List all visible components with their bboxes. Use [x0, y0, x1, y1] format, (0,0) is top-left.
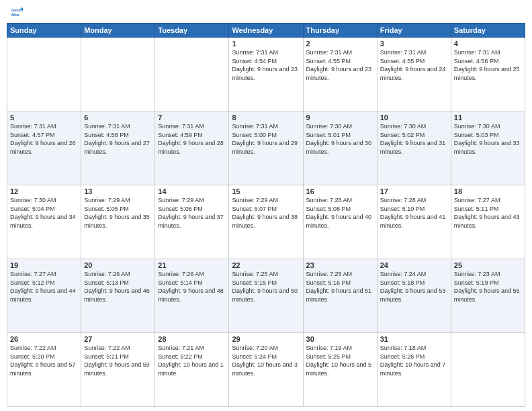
calendar-week-row: 26Sunrise: 7:22 AM Sunset: 5:20 PM Dayli…: [7, 333, 525, 407]
calendar-cell: 3Sunrise: 7:31 AM Sunset: 4:55 PM Daylig…: [377, 38, 451, 111]
calendar-cell: 19Sunrise: 7:27 AM Sunset: 5:12 PM Dayli…: [7, 259, 81, 333]
day-number: 10: [380, 113, 448, 122]
calendar-cell: [7, 38, 81, 111]
day-info: Sunrise: 7:25 AM Sunset: 5:15 PM Dayligh…: [232, 270, 300, 304]
weekday-header: Friday: [377, 24, 451, 38]
calendar-week-row: 5Sunrise: 7:31 AM Sunset: 4:57 PM Daylig…: [7, 111, 525, 185]
svg-text:Blue: Blue: [11, 13, 19, 17]
day-number: 15: [232, 187, 300, 195]
day-info: Sunrise: 7:29 AM Sunset: 5:07 PM Dayligh…: [232, 196, 300, 230]
day-number: 7: [158, 113, 226, 122]
day-info: Sunrise: 7:22 AM Sunset: 5:20 PM Dayligh…: [10, 344, 78, 377]
day-info: Sunrise: 7:31 AM Sunset: 4:56 PM Dayligh…: [454, 48, 522, 82]
day-info: Sunrise: 7:23 AM Sunset: 5:19 PM Dayligh…: [454, 270, 522, 304]
day-number: 27: [84, 335, 152, 343]
day-info: Sunrise: 7:20 AM Sunset: 5:24 PM Dayligh…: [232, 344, 300, 377]
day-info: Sunrise: 7:28 AM Sunset: 5:10 PM Dayligh…: [380, 196, 448, 230]
calendar-cell: 20Sunrise: 7:26 AM Sunset: 5:13 PM Dayli…: [81, 259, 155, 333]
day-number: 19: [10, 261, 78, 269]
day-number: 29: [232, 335, 300, 343]
calendar-cell: 29Sunrise: 7:20 AM Sunset: 5:24 PM Dayli…: [229, 333, 303, 407]
calendar-cell: 17Sunrise: 7:28 AM Sunset: 5:10 PM Dayli…: [377, 185, 451, 259]
weekday-header: Sunday: [7, 24, 81, 38]
calendar-cell: 12Sunrise: 7:30 AM Sunset: 5:04 PM Dayli…: [7, 185, 81, 259]
weekday-header: Tuesday: [155, 24, 229, 38]
day-info: Sunrise: 7:25 AM Sunset: 5:16 PM Dayligh…: [306, 270, 374, 304]
calendar-cell: [155, 38, 229, 111]
calendar-cell: 6Sunrise: 7:31 AM Sunset: 4:58 PM Daylig…: [81, 111, 155, 185]
calendar-cell: 13Sunrise: 7:29 AM Sunset: 5:05 PM Dayli…: [81, 185, 155, 259]
day-number: 18: [454, 187, 522, 195]
weekday-header-row: SundayMondayTuesdayWednesdayThursdayFrid…: [7, 24, 525, 38]
day-number: 1: [232, 40, 300, 48]
calendar-cell: 28Sunrise: 7:21 AM Sunset: 5:22 PM Dayli…: [155, 333, 229, 407]
day-number: 24: [380, 261, 448, 269]
day-number: 13: [84, 187, 152, 195]
calendar-table: SundayMondayTuesdayWednesdayThursdayFrid…: [7, 23, 525, 407]
day-info: Sunrise: 7:22 AM Sunset: 5:21 PM Dayligh…: [84, 344, 152, 377]
calendar-cell: 26Sunrise: 7:22 AM Sunset: 5:20 PM Dayli…: [7, 333, 81, 407]
day-info: Sunrise: 7:31 AM Sunset: 4:55 PM Dayligh…: [306, 48, 374, 82]
day-number: 11: [454, 113, 522, 122]
calendar-cell: 18Sunrise: 7:27 AM Sunset: 5:11 PM Dayli…: [451, 185, 525, 259]
day-number: 5: [10, 113, 78, 122]
calendar-cell: 5Sunrise: 7:31 AM Sunset: 4:57 PM Daylig…: [7, 111, 81, 185]
calendar-cell: 2Sunrise: 7:31 AM Sunset: 4:55 PM Daylig…: [303, 38, 377, 111]
day-number: 16: [306, 187, 374, 195]
calendar-week-row: 12Sunrise: 7:30 AM Sunset: 5:04 PM Dayli…: [7, 185, 525, 259]
calendar-cell: 31Sunrise: 7:18 AM Sunset: 5:26 PM Dayli…: [377, 333, 451, 407]
calendar-cell: 25Sunrise: 7:23 AM Sunset: 5:19 PM Dayli…: [451, 259, 525, 333]
day-number: 25: [454, 261, 522, 269]
calendar-cell: 1Sunrise: 7:31 AM Sunset: 4:54 PM Daylig…: [229, 38, 303, 111]
calendar-cell: 24Sunrise: 7:24 AM Sunset: 5:18 PM Dayli…: [377, 259, 451, 333]
day-number: 26: [10, 335, 78, 343]
day-info: Sunrise: 7:19 AM Sunset: 5:25 PM Dayligh…: [306, 344, 374, 377]
calendar-cell: 30Sunrise: 7:19 AM Sunset: 5:25 PM Dayli…: [303, 333, 377, 407]
day-number: 12: [10, 187, 78, 195]
calendar-week-row: 1Sunrise: 7:31 AM Sunset: 4:54 PM Daylig…: [7, 38, 525, 111]
day-info: Sunrise: 7:31 AM Sunset: 4:55 PM Dayligh…: [380, 48, 448, 82]
day-info: Sunrise: 7:29 AM Sunset: 5:05 PM Dayligh…: [84, 196, 152, 230]
day-info: Sunrise: 7:31 AM Sunset: 4:54 PM Dayligh…: [232, 48, 300, 82]
day-number: 21: [158, 261, 226, 269]
day-number: 17: [380, 187, 448, 195]
calendar-cell: 8Sunrise: 7:31 AM Sunset: 5:00 PM Daylig…: [229, 111, 303, 185]
header: General Blue: [0, 0, 532, 23]
calendar-cell: 27Sunrise: 7:22 AM Sunset: 5:21 PM Dayli…: [81, 333, 155, 407]
day-number: 3: [380, 40, 448, 48]
calendar-cell: 11Sunrise: 7:30 AM Sunset: 5:03 PM Dayli…: [451, 111, 525, 185]
day-info: Sunrise: 7:26 AM Sunset: 5:14 PM Dayligh…: [158, 270, 226, 304]
day-number: 20: [84, 261, 152, 269]
day-number: 8: [232, 113, 300, 122]
calendar-cell: 23Sunrise: 7:25 AM Sunset: 5:16 PM Dayli…: [303, 259, 377, 333]
day-info: Sunrise: 7:26 AM Sunset: 5:13 PM Dayligh…: [84, 270, 152, 304]
day-number: 31: [380, 335, 448, 343]
calendar-week-row: 19Sunrise: 7:27 AM Sunset: 5:12 PM Dayli…: [7, 259, 525, 333]
calendar-cell: 4Sunrise: 7:31 AM Sunset: 4:56 PM Daylig…: [451, 38, 525, 111]
day-number: 4: [454, 40, 522, 48]
calendar-cell: 22Sunrise: 7:25 AM Sunset: 5:15 PM Dayli…: [229, 259, 303, 333]
day-info: Sunrise: 7:30 AM Sunset: 5:03 PM Dayligh…: [454, 122, 522, 156]
day-number: 9: [306, 113, 374, 122]
day-info: Sunrise: 7:31 AM Sunset: 4:59 PM Dayligh…: [158, 122, 226, 156]
day-number: 23: [306, 261, 374, 269]
day-info: Sunrise: 7:31 AM Sunset: 5:00 PM Dayligh…: [232, 122, 300, 156]
day-info: Sunrise: 7:31 AM Sunset: 4:58 PM Dayligh…: [84, 122, 152, 156]
day-info: Sunrise: 7:30 AM Sunset: 5:02 PM Dayligh…: [380, 122, 448, 156]
day-info: Sunrise: 7:21 AM Sunset: 5:22 PM Dayligh…: [158, 344, 226, 377]
day-number: 30: [306, 335, 374, 343]
calendar-cell: 7Sunrise: 7:31 AM Sunset: 4:59 PM Daylig…: [155, 111, 229, 185]
day-info: Sunrise: 7:27 AM Sunset: 5:11 PM Dayligh…: [454, 196, 522, 230]
day-number: 28: [158, 335, 226, 343]
calendar: SundayMondayTuesdayWednesdayThursdayFrid…: [0, 23, 532, 411]
day-info: Sunrise: 7:30 AM Sunset: 5:01 PM Dayligh…: [306, 122, 374, 156]
day-info: Sunrise: 7:24 AM Sunset: 5:18 PM Dayligh…: [380, 270, 448, 304]
logo: General Blue: [11, 7, 24, 19]
calendar-cell: [451, 333, 525, 407]
page: General Blue SundayMondayTuesdayWednesda…: [0, 0, 532, 411]
weekday-header: Wednesday: [229, 24, 303, 38]
day-info: Sunrise: 7:27 AM Sunset: 5:12 PM Dayligh…: [10, 270, 78, 304]
calendar-cell: 14Sunrise: 7:29 AM Sunset: 5:06 PM Dayli…: [155, 185, 229, 259]
day-number: 22: [232, 261, 300, 269]
day-info: Sunrise: 7:29 AM Sunset: 5:06 PM Dayligh…: [158, 196, 226, 230]
